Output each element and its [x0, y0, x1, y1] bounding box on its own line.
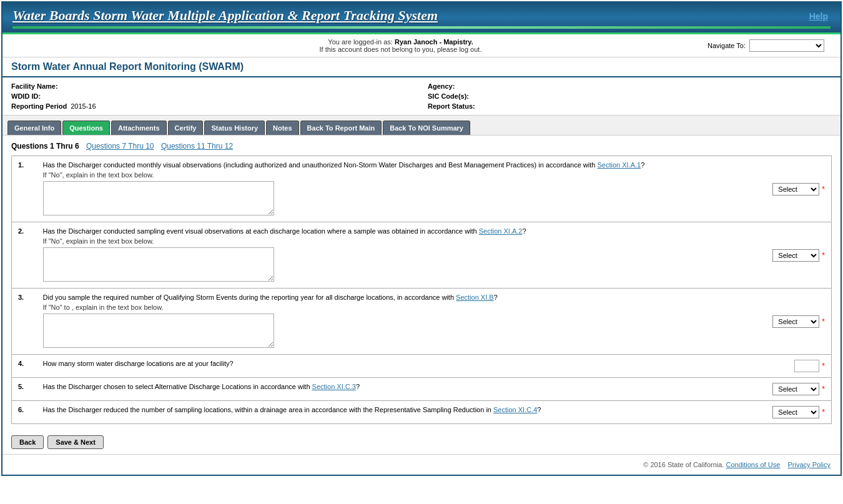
question-select-3[interactable]: SelectYesNo — [772, 315, 819, 328]
sic-field: SIC Code(s): — [428, 92, 832, 100]
questions-range-link2[interactable]: Questions 11 Thru 12 — [161, 142, 233, 151]
nav-tab-status-history[interactable]: Status History — [204, 121, 265, 135]
questions-range-link1[interactable]: Questions 7 Thru 10 — [86, 142, 154, 151]
question-row-5: 5.Has the Discharger chosen to select Al… — [12, 378, 832, 401]
question-row-3: 3.Did you sample the required number of … — [12, 289, 832, 355]
facility-name-label: Facility Name: — [11, 82, 58, 90]
question-control-3: SelectYesNo* — [757, 289, 832, 355]
question-text-4: How many storm water discharge locations… — [37, 355, 757, 378]
nav-tab-attachments[interactable]: Attachments — [111, 121, 167, 135]
reporting-period-label: Reporting Period — [11, 102, 67, 110]
footer-buttons: Back Save & Next — [2, 430, 841, 454]
username: Ryan Janoch - Mapistry. — [395, 38, 473, 46]
copyright-text: © 2016 State of California. — [643, 461, 724, 468]
question-control-4: * — [757, 355, 832, 378]
question-number-4: 4. — [12, 355, 37, 378]
questions-range-active: Questions 1 Thru 6 — [11, 142, 79, 151]
nav-tab-back-report-main[interactable]: Back To Report Main — [300, 121, 382, 135]
question-row-6: 6.Has the Discharger reduced the number … — [12, 401, 832, 424]
agency-field: Agency: — [428, 82, 832, 90]
question-number-1: 1. — [12, 156, 37, 222]
question-control-6: SelectYesNo* — [757, 401, 832, 424]
subnav-sep2 — [157, 142, 159, 151]
question-control-2: SelectYesNo* — [757, 222, 832, 289]
question-select-6[interactable]: SelectYesNo — [772, 406, 819, 418]
explain-label-3: If "No" to , explain in the text box bel… — [43, 304, 751, 311]
user-bar: You are logged-in as: Ryan Janoch - Mapi… — [2, 34, 841, 57]
back-button[interactable]: Back — [11, 435, 44, 449]
question-textarea-3[interactable] — [43, 314, 274, 348]
question-control-1: SelectYesNo* — [757, 156, 832, 222]
subnav-sep1 — [82, 142, 84, 151]
logged-in-label: You are logged-in as: — [328, 38, 393, 46]
reporting-period-field: Reporting Period 2015-16 — [11, 102, 415, 110]
question-text-5: Has the Discharger chosen to select Alte… — [37, 378, 757, 401]
required-star-3: * — [822, 317, 825, 326]
question-text-6: Has the Discharger reduced the number of… — [37, 401, 757, 424]
question-number-3: 3. — [12, 289, 37, 355]
question-link-5[interactable]: Section XI.C.3 — [312, 383, 356, 390]
explain-label-2: If "No", explain in the text box below. — [43, 237, 751, 245]
nav-tab-general-info[interactable]: General Info — [7, 121, 61, 135]
green-stripe-decoration — [12, 26, 831, 29]
nav-tab-notes[interactable]: Notes — [266, 121, 299, 135]
conditions-link[interactable]: Conditions of Use — [726, 461, 780, 468]
facility-name-field: Facility Name: — [11, 82, 415, 90]
site-header: Water Boards Storm Water Multiple Applic… — [2, 2, 841, 34]
question-link-6[interactable]: Section XI.C.4 — [493, 406, 537, 413]
report-status-label: Report Status: — [428, 102, 475, 110]
explain-label-1: If "No", explain in the text box below. — [43, 171, 751, 179]
question-select-1[interactable]: SelectYesNo — [772, 183, 819, 195]
required-star-1: * — [822, 185, 825, 194]
navigate-select[interactable] — [749, 39, 824, 52]
navigate-to: Navigate To: — [707, 39, 837, 52]
question-input-4[interactable] — [794, 360, 819, 372]
question-number-2: 2. — [12, 222, 37, 289]
question-row-4: 4.How many storm water discharge locatio… — [12, 355, 832, 378]
user-info: You are logged-in as: Ryan Janoch - Mapi… — [94, 38, 707, 53]
question-link-2[interactable]: Section XI.A.2 — [479, 227, 523, 235]
question-row-1: 1.Has the Discharger conducted monthly v… — [12, 156, 832, 222]
page-footer: © 2016 State of California. Conditions o… — [2, 454, 841, 475]
agency-label: Agency: — [428, 82, 455, 90]
navigate-label: Navigate To: — [707, 42, 746, 49]
questions-table: 1.Has the Discharger conducted monthly v… — [11, 156, 832, 424]
reporting-period-value: 2015-16 — [71, 102, 96, 110]
nav-tabs: General InfoQuestionsAttachmentsCertifyS… — [2, 116, 841, 136]
facility-info: Facility Name: Agency: WDID ID: SIC Code… — [2, 77, 841, 116]
required-star-6: * — [822, 408, 825, 417]
nav-tab-questions[interactable]: Questions — [62, 121, 110, 135]
question-control-5: SelectYesNo* — [757, 378, 832, 401]
question-textarea-2[interactable] — [43, 247, 274, 282]
question-text-3: Did you sample the required number of Qu… — [37, 289, 757, 355]
help-link[interactable]: Help — [809, 11, 828, 21]
privacy-link[interactable]: Privacy Policy — [788, 461, 831, 468]
nav-tab-certify[interactable]: Certify — [168, 121, 204, 135]
required-star-5: * — [822, 385, 825, 393]
question-text-2: Has the Discharger conducted sampling ev… — [37, 222, 757, 289]
question-row-2: 2.Has the Discharger conducted sampling … — [12, 222, 832, 289]
save-next-button[interactable]: Save & Next — [47, 435, 104, 449]
question-number-6: 6. — [12, 401, 37, 424]
question-textarea-1[interactable] — [43, 181, 274, 215]
question-text-1: Has the Discharger conducted monthly vis… — [37, 156, 757, 222]
required-star-4: * — [822, 362, 825, 370]
page-title: Storm Water Annual Report Monitoring (SW… — [2, 57, 841, 77]
wdid-field: WDID ID: — [11, 92, 415, 100]
required-star-2: * — [822, 251, 825, 260]
sic-label: SIC Code(s): — [428, 92, 469, 100]
content-area: Questions 1 Thru 6 Questions 7 Thru 10 Q… — [2, 136, 841, 430]
site-title: Water Boards Storm Water Multiple Applic… — [12, 7, 438, 23]
question-select-2[interactable]: SelectYesNo — [772, 249, 819, 262]
report-status-field: Report Status: — [428, 102, 832, 110]
questions-subnav: Questions 1 Thru 6 Questions 7 Thru 10 Q… — [11, 142, 832, 151]
wdid-label: WDID ID: — [11, 92, 41, 100]
account-warning: If this account does not belong to you, … — [320, 46, 482, 53]
nav-tab-back-noi-summary[interactable]: Back To NOI Summary — [383, 121, 470, 135]
question-number-5: 5. — [12, 378, 37, 401]
question-link-3[interactable]: Section XI.B — [456, 294, 494, 301]
question-link-1[interactable]: Section XI.A.1 — [598, 161, 641, 169]
question-select-5[interactable]: SelectYesNo — [772, 383, 819, 395]
